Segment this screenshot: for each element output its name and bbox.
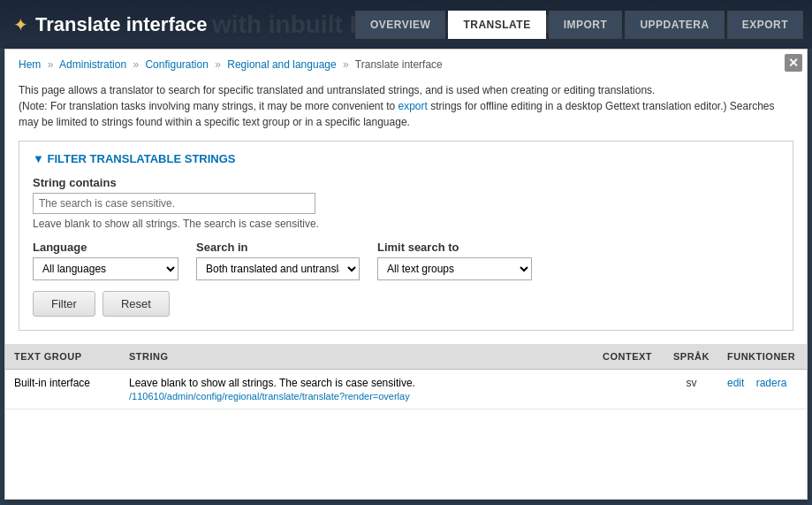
edit-link[interactable]: edit	[727, 377, 744, 389]
page-title: Translate interface	[35, 13, 207, 36]
sprak-value: sv	[686, 377, 696, 389]
desc-text1: This page allows a translator to search …	[19, 84, 655, 96]
delete-link[interactable]: radera	[756, 377, 787, 389]
language-select[interactable]: All languages	[33, 257, 178, 280]
search-in-select[interactable]: Both translated and untranslated s	[196, 257, 360, 280]
string-contains-input[interactable]	[33, 193, 315, 214]
breadcrumb-sep-1: »	[48, 58, 54, 71]
language-col: Language All languages	[33, 241, 178, 280]
breadcrumb-admin[interactable]: Administration	[59, 58, 126, 71]
filter-row: Language All languages Search in Both tr…	[33, 241, 779, 280]
limit-select[interactable]: All text groups	[377, 257, 532, 280]
col-header-context: CONTEXT	[594, 344, 664, 370]
filter-section: ▼ FILTER TRANSLATABLE STRINGS String con…	[19, 141, 793, 331]
breadcrumb-current: Translate interface	[355, 58, 443, 71]
desc-text2: (Note: For translation tasks involving m…	[19, 100, 398, 112]
close-button[interactable]: ✕	[785, 54, 802, 72]
col-header-string: STRING	[120, 344, 594, 370]
filter-title: ▼ FILTER TRANSLATABLE STRINGS	[33, 152, 779, 165]
title-area: ✦ Translate interface	[13, 13, 207, 36]
search-in-label: Search in	[196, 241, 360, 254]
logo-icon: ✦	[13, 14, 28, 35]
overlay-panel: ✕ Hem » Administration » Configuration »…	[4, 49, 808, 500]
cell-context	[594, 370, 664, 409]
breadcrumb-home[interactable]: Hem	[19, 58, 41, 71]
language-label: Language	[33, 241, 178, 254]
col-header-text-group: TEXT GROUP	[5, 344, 120, 370]
tab-import[interactable]: IMPORT	[549, 11, 623, 39]
tab-overview[interactable]: OVERVIEW	[355, 11, 445, 39]
col-header-sprak: SPRÅK	[664, 344, 718, 370]
tab-export[interactable]: EXPORT	[727, 11, 803, 39]
limit-label: Limit search to	[377, 241, 532, 254]
top-header: ✦ Translate interface with inbuilt Forms…	[0, 0, 812, 49]
breadcrumb-sep-4: »	[343, 58, 349, 71]
tab-translate[interactable]: TRANSLATE	[448, 11, 545, 39]
string-contains-label: String contains	[33, 176, 779, 189]
export-link[interactable]: export	[398, 100, 428, 112]
breadcrumb-sep-2: »	[133, 58, 139, 71]
table-header-row: TEXT GROUP STRING CONTEXT SPRÅK FUNKTION…	[5, 344, 807, 370]
string-contains-group: String contains Leave blank to show all …	[33, 176, 779, 230]
breadcrumb: Hem » Administration » Configuration » R…	[5, 50, 807, 75]
reset-button[interactable]: Reset	[102, 291, 170, 317]
description: This page allows a translator to search …	[5, 75, 807, 141]
breadcrumb-sep-3: »	[215, 58, 221, 71]
results-table: TEXT GROUP STRING CONTEXT SPRÅK FUNKTION…	[5, 344, 807, 409]
tab-uppdatera[interactable]: UPPDATERA	[625, 11, 724, 39]
table-row: Built-in interface Leave blank to show a…	[5, 370, 807, 409]
breadcrumb-regional[interactable]: Regional and language	[227, 58, 336, 71]
col-header-funktioner: FUNKTIONER	[718, 344, 807, 370]
search-in-col: Search in Both translated and untranslat…	[196, 241, 360, 280]
cell-string: Leave blank to show all strings. The sea…	[120, 370, 594, 409]
cell-sprak: sv	[664, 370, 718, 409]
cell-text-group: Built-in interface	[5, 370, 120, 409]
cell-funktioner: edit radera	[718, 370, 807, 409]
cell-string-path[interactable]: /110610/admin/config/regional/translate/…	[129, 391, 585, 402]
cell-string-text: Leave blank to show all strings. The sea…	[129, 377, 415, 389]
button-row: Filter Reset	[33, 291, 779, 317]
filter-button[interactable]: Filter	[33, 291, 95, 317]
top-nav: OVERVIEW TRANSLATE IMPORT UPPDATERA EXPO…	[355, 11, 803, 39]
string-contains-hint: Leave blank to show all strings. The sea…	[33, 218, 779, 230]
breadcrumb-configuration[interactable]: Configuration	[145, 58, 208, 71]
limit-col: Limit search to All text groups	[377, 241, 532, 280]
